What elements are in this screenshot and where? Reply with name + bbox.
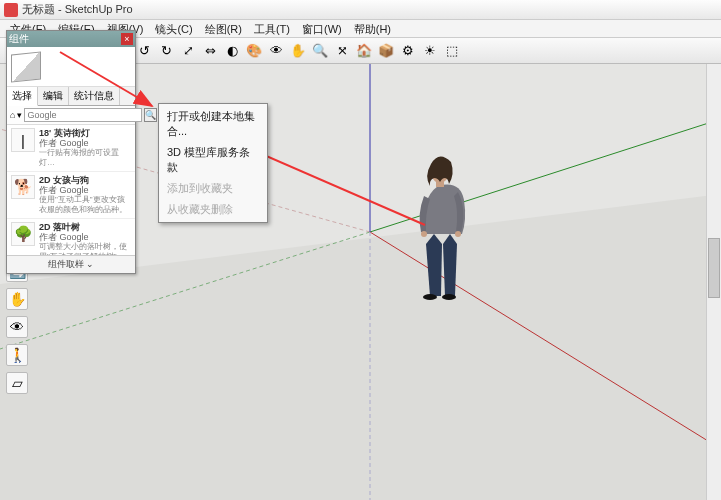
list-item[interactable]: | 18' 英诗街灯 作者 Google 一行贴有海报的可设置灯… <box>7 125 135 172</box>
tool-rail: 🔄 ✋ 👁 🚶 ▱ <box>6 260 28 394</box>
item-thumb: | <box>11 128 35 152</box>
panel-footer-label: 组件取样 <box>48 259 84 269</box>
tab-edit[interactable]: 编辑 <box>38 87 69 105</box>
menu-camera[interactable]: 镜头(C) <box>149 20 198 37</box>
zoom-icon[interactable]: ⤧ <box>332 41 352 61</box>
scale-icon[interactable]: ⇔ <box>200 41 220 61</box>
paint-icon[interactable]: 👁 <box>266 41 286 61</box>
svg-point-8 <box>442 294 456 300</box>
svg-point-9 <box>421 231 427 237</box>
orbit-icon[interactable]: ✋ <box>288 41 308 61</box>
panel-preview <box>7 47 135 87</box>
item-title: 18' 英诗街灯 <box>39 128 131 138</box>
shadows-icon[interactable]: ☀ <box>420 41 440 61</box>
panel-footer: 组件取样 ⌄ <box>7 255 135 273</box>
pan-icon[interactable]: 🔍 <box>310 41 330 61</box>
close-icon[interactable]: × <box>121 33 133 45</box>
app-icon <box>4 3 18 17</box>
menu-window[interactable]: 窗口(W) <box>296 20 348 37</box>
tags-icon[interactable]: ⬚ <box>442 41 462 61</box>
item-desc: 一行贴有海报的可设置灯… <box>39 148 131 168</box>
walk-icon[interactable]: 🚶 <box>6 344 28 366</box>
push-pull-icon[interactable]: ↺ <box>134 41 154 61</box>
tab-stats[interactable]: 统计信息 <box>69 87 120 105</box>
item-author: 作者 Google <box>39 232 131 242</box>
vertical-scrollbar[interactable] <box>706 64 721 500</box>
item-thumb: 🐕 <box>11 175 35 199</box>
menu-add-favorite: 添加到收藏夹 <box>159 178 267 199</box>
menu-tools[interactable]: 工具(T) <box>248 20 296 37</box>
window-title: 无标题 - SketchUp Pro <box>22 2 133 17</box>
move-icon[interactable]: ↻ <box>156 41 176 61</box>
zoom-extents-icon[interactable]: 🏠 <box>354 41 374 61</box>
menu-remove-favorite: 从收藏夹删除 <box>159 199 267 220</box>
component-list[interactable]: | 18' 英诗街灯 作者 Google 一行贴有海报的可设置灯… 🐕 2D 女… <box>7 125 135 255</box>
look-icon[interactable]: 👁 <box>6 316 28 338</box>
search-icon[interactable]: 🔍 <box>144 108 157 122</box>
item-desc: 使用"互动工具"更改女孩衣服的颜色和狗的品种。 <box>39 195 131 215</box>
search-row: ⌂ ▾ 🔍 ▸ <box>7 106 135 125</box>
components-panel: 组件 × 选择 编辑 统计信息 ⌂ ▾ 🔍 ▸ | 18' 英诗街灯 作者 Go… <box>6 30 136 274</box>
item-title: 2D 落叶树 <box>39 222 131 232</box>
menu-open-local-collection[interactable]: 打开或创建本地集合... <box>159 106 267 142</box>
tab-select[interactable]: 选择 <box>7 87 38 106</box>
panel-tabs: 选择 编辑 统计信息 <box>7 87 135 106</box>
scrollbar-thumb[interactable] <box>708 238 720 298</box>
chevron-down-icon[interactable]: ▾ <box>17 110 22 120</box>
item-thumb: 🌳 <box>11 222 35 246</box>
menu-warehouse-tos[interactable]: 3D 模型库服务条款 <box>159 142 267 178</box>
svg-point-7 <box>423 294 437 300</box>
item-title: 2D 女孩与狗 <box>39 175 131 185</box>
warehouse-icon[interactable]: 📦 <box>376 41 396 61</box>
preview-cube <box>11 51 41 82</box>
pan-icon[interactable]: ✋ <box>6 288 28 310</box>
home-icon[interactable]: ⌂ <box>10 110 15 120</box>
menu-help[interactable]: 帮助(H) <box>348 20 397 37</box>
window-titlebar: 无标题 - SketchUp Pro <box>0 0 721 20</box>
svg-point-10 <box>455 231 461 237</box>
panel-title: 组件 <box>9 32 29 46</box>
item-desc: 可调整大小的落叶树，使用"互动了很了解的树"… <box>39 242 131 255</box>
list-item[interactable]: 🌳 2D 落叶树 作者 Google 可调整大小的落叶树，使用"互动了很了解的树… <box>7 219 135 255</box>
tape-icon[interactable]: 🎨 <box>244 41 264 61</box>
context-menu: 打开或创建本地集合... 3D 模型库服务条款 添加到收藏夹 从收藏夹删除 <box>158 103 268 223</box>
item-author: 作者 Google <box>39 185 131 195</box>
offset-icon[interactable]: ◐ <box>222 41 242 61</box>
item-author: 作者 Google <box>39 138 131 148</box>
panel-header[interactable]: 组件 × <box>7 31 135 47</box>
menu-draw[interactable]: 绘图(R) <box>199 20 248 37</box>
chevron-down-icon[interactable]: ⌄ <box>86 259 94 269</box>
layers-icon[interactable]: ⚙ <box>398 41 418 61</box>
search-input[interactable] <box>24 108 142 122</box>
rotate-icon[interactable]: ⤢ <box>178 41 198 61</box>
section-icon[interactable]: ▱ <box>6 372 28 394</box>
list-item[interactable]: 🐕 2D 女孩与狗 作者 Google 使用"互动工具"更改女孩衣服的颜色和狗的… <box>7 172 135 219</box>
